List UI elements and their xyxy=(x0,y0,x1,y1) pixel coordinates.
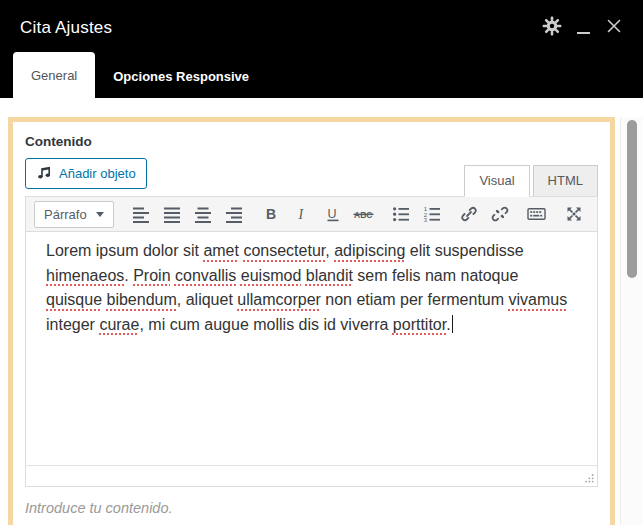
misspelled-word: bibendum xyxy=(107,291,177,308)
text-segment: sem felis nam natoque xyxy=(353,267,518,284)
misspelled-word: curae xyxy=(99,316,139,333)
italic-icon: I xyxy=(293,205,311,223)
editor-box: Párrafo BIUABC123 Lorem ipsum dolor sit … xyxy=(25,196,598,487)
text-caret xyxy=(452,315,454,333)
misspelled-word: convallis xyxy=(175,267,236,284)
tab-opciones-responsive[interactable]: Opciones Responsive xyxy=(95,55,267,98)
format-select-value: Párrafo xyxy=(44,207,87,222)
chevron-down-icon xyxy=(96,212,104,217)
align-center-button[interactable] xyxy=(187,201,218,227)
toolbar-toggle-button[interactable] xyxy=(521,201,552,227)
editor-content[interactable]: Lorem ipsum dolor sit amet consectetur, … xyxy=(26,232,597,465)
tab-general-label: General xyxy=(31,68,77,83)
misspelled-word: porttitor xyxy=(393,316,446,333)
misspelled-word: amet xyxy=(203,242,239,259)
misspelled-word: consectetur xyxy=(243,242,325,259)
text-segment: Lorem ipsum dolor sit xyxy=(46,242,203,259)
settings-button[interactable] xyxy=(542,16,562,39)
bullet-list-button[interactable] xyxy=(385,201,416,227)
svg-text:I: I xyxy=(297,207,304,222)
dialog-body: Contenido Añadir objeto xyxy=(0,117,643,525)
dialog-window: Cita Ajustes xyxy=(0,0,643,525)
resize-grip[interactable] xyxy=(583,472,595,484)
italic-button[interactable]: I xyxy=(286,201,317,227)
tab-html-label: HTML xyxy=(548,173,583,188)
strikethrough-button[interactable]: ABC xyxy=(348,201,379,227)
tab-visual[interactable]: Visual xyxy=(464,165,529,197)
svg-text:3: 3 xyxy=(423,217,427,223)
editor-header: Añadir objeto Visual HTML xyxy=(25,158,598,196)
paragraph-format-select[interactable]: Párrafo xyxy=(34,201,114,228)
tab-opciones-responsive-label: Opciones Responsive xyxy=(113,69,249,84)
misspelled-word: quisque xyxy=(46,291,102,308)
misspelled-word: euismod xyxy=(241,267,301,284)
svg-text:U: U xyxy=(327,207,336,221)
align-center-icon xyxy=(194,205,212,223)
toolbar-toggle-icon xyxy=(527,205,546,223)
align-justify-icon xyxy=(163,205,181,223)
fullscreen-icon xyxy=(565,205,583,223)
numbered-list-button[interactable]: 123 xyxy=(416,201,447,227)
dialog-title: Cita Ajustes xyxy=(20,18,112,38)
scrollbar-track[interactable] xyxy=(620,117,643,525)
misspelled-word: blandit xyxy=(306,267,353,284)
scrollbar-thumb[interactable] xyxy=(627,120,637,278)
title-bar: Cita Ajustes xyxy=(0,0,643,55)
window-controls xyxy=(542,16,623,39)
misspelled-word: vivamus xyxy=(509,291,568,308)
misspelled-word: adipiscing xyxy=(334,242,405,259)
field-label: Contenido xyxy=(25,134,598,149)
unlink-button[interactable] xyxy=(484,201,515,227)
editor-toolbar: Párrafo BIUABC123 xyxy=(26,197,597,232)
close-icon xyxy=(605,17,623,38)
bullet-list-icon xyxy=(392,205,410,223)
text-segment: , aliquet xyxy=(177,291,237,308)
gear-icon xyxy=(542,16,562,39)
numbered-list-icon: 123 xyxy=(423,205,441,223)
align-left-icon xyxy=(132,205,150,223)
help-text: Introduce tu contenido. xyxy=(25,500,598,516)
text-segment: non etiam per fermentum xyxy=(321,291,509,308)
minimize-button[interactable] xyxy=(577,22,590,34)
strikethrough-icon: ABC xyxy=(353,205,375,223)
misspelled-word: himenaeos xyxy=(46,267,124,284)
toolbar-buttons: BIUABC123 xyxy=(125,201,589,227)
text-segment: elit suspendisse xyxy=(405,242,523,259)
fullscreen-button[interactable] xyxy=(558,201,589,227)
add-media-button[interactable]: Añadir objeto xyxy=(25,158,147,189)
align-right-icon xyxy=(225,205,243,223)
link-icon xyxy=(460,205,478,223)
link-button[interactable] xyxy=(453,201,484,227)
align-right-button[interactable] xyxy=(218,201,249,227)
misspelled-word: Proin xyxy=(133,267,170,284)
align-justify-button[interactable] xyxy=(156,201,187,227)
svg-text:B: B xyxy=(266,206,276,222)
editor-mode-tabs: Visual HTML xyxy=(464,165,598,196)
text-segment: . xyxy=(446,316,450,333)
underline-icon: U xyxy=(324,205,342,223)
text-segment: integer xyxy=(46,316,99,333)
underline-button[interactable]: U xyxy=(317,201,348,227)
unlink-icon xyxy=(491,205,509,223)
media-icon xyxy=(36,164,52,183)
close-button[interactable] xyxy=(605,17,623,38)
bold-button[interactable]: B xyxy=(255,201,286,227)
editor-statusbar xyxy=(26,465,597,486)
bold-icon: B xyxy=(262,205,280,223)
minimize-icon xyxy=(577,32,590,34)
tab-html[interactable]: HTML xyxy=(533,165,598,197)
tab-general[interactable]: General xyxy=(13,52,95,98)
align-left-button[interactable] xyxy=(125,201,156,227)
text-segment: , mi cum augue mollis dis id viverra xyxy=(139,316,392,333)
contenido-panel: Contenido Añadir objeto xyxy=(8,117,615,525)
text-segment: . xyxy=(124,267,133,284)
tab-visual-label: Visual xyxy=(479,173,514,188)
add-media-label: Añadir objeto xyxy=(59,166,136,181)
dialog-tabbar: General Opciones Responsive xyxy=(0,55,643,98)
text-segment: , xyxy=(325,242,334,259)
misspelled-word: ullamcorper xyxy=(237,291,321,308)
